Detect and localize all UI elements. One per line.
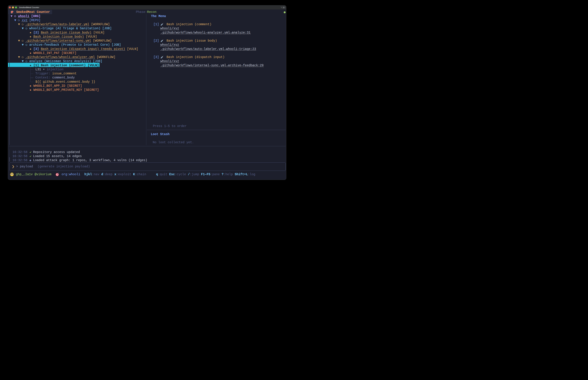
svg-text:5: 5 — [285, 6, 285, 8]
